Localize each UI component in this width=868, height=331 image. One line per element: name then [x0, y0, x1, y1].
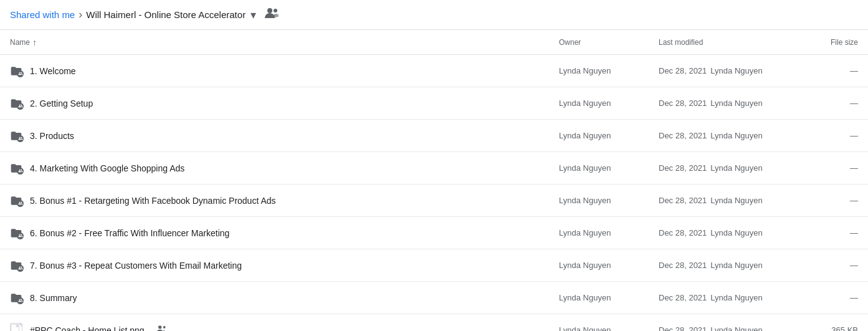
- row-name-cell: #PPC Coach - Home List.png: [10, 324, 559, 332]
- row-name-cell: 6. Bonus #2 - Free Traffic With Influenc…: [10, 227, 559, 239]
- row-filename: 4. Marketing With Google Shopping Ads: [30, 163, 184, 173]
- row-name-cell: 2. Getting Setup: [10, 97, 559, 110]
- table-header: Name ↑ Owner Last modified File size: [0, 30, 868, 55]
- header-owner[interactable]: Owner: [559, 38, 659, 47]
- table-row[interactable]: 3. Products Lynda Nguyen Dec 28, 2021 Ly…: [0, 120, 868, 152]
- row-name-cell: 3. Products: [10, 130, 559, 142]
- breadcrumb: Shared with me › Will Haimerl - Online S…: [0, 0, 868, 30]
- row-filename: 8. Summary: [30, 293, 77, 303]
- table-row[interactable]: #PPC Coach - Home List.png Lynda Nguyen …: [0, 314, 868, 331]
- breadcrumb-dropdown-icon[interactable]: ▾: [250, 8, 256, 22]
- row-filename: 2. Getting Setup: [30, 98, 93, 108]
- sort-arrow-icon: ↑: [32, 37, 37, 47]
- row-modified-user: Lynda Nguyen: [710, 131, 762, 140]
- table-row[interactable]: 8. Summary Lynda Nguyen Dec 28, 2021 Lyn…: [0, 282, 868, 314]
- row-modified-date: Dec 28, 2021: [659, 325, 707, 331]
- row-modified: Dec 28, 2021 Lynda Nguyen: [659, 98, 796, 108]
- folder-icon: [10, 65, 22, 77]
- row-filesize: —: [796, 293, 858, 302]
- svg-point-4: [163, 326, 165, 329]
- folder-icon: [10, 292, 22, 304]
- row-owner: Lynda Nguyen: [559, 228, 659, 237]
- folder-icon: [10, 259, 22, 272]
- row-filename: 7. Bonus #3 - Repeat Customers With Emai…: [30, 261, 242, 271]
- table-row[interactable]: 5. Bonus #1 - Retargeting With Facebook …: [0, 185, 868, 217]
- row-filesize: —: [796, 261, 858, 270]
- row-owner: Lynda Nguyen: [559, 131, 659, 140]
- header-last-modified[interactable]: Last modified: [659, 38, 796, 47]
- row-modified-date: Dec 28, 2021: [659, 293, 707, 302]
- row-filesize: —: [796, 163, 858, 173]
- row-owner: Lynda Nguyen: [559, 163, 659, 173]
- row-filesize: 365 KB: [796, 325, 858, 331]
- row-modified: Dec 28, 2021 Lynda Nguyen: [659, 131, 796, 140]
- row-modified: Dec 28, 2021 Lynda Nguyen: [659, 196, 796, 205]
- svg-point-1: [274, 9, 277, 12]
- row-modified-user: Lynda Nguyen: [710, 98, 762, 108]
- row-owner: Lynda Nguyen: [559, 98, 659, 108]
- breadcrumb-chevron-icon: ›: [79, 8, 82, 21]
- row-modified-date: Dec 28, 2021: [659, 261, 707, 270]
- row-owner: Lynda Nguyen: [559, 196, 659, 205]
- file-icon: [10, 324, 22, 332]
- row-modified-date: Dec 28, 2021: [659, 196, 707, 205]
- row-filename: 1. Welcome: [30, 66, 76, 76]
- row-name-cell: 1. Welcome: [10, 65, 559, 77]
- row-name-cell: 4. Marketing With Google Shopping Ads: [10, 162, 559, 175]
- row-owner: Lynda Nguyen: [559, 325, 659, 331]
- row-modified-user: Lynda Nguyen: [710, 66, 762, 75]
- breadcrumb-shared-link[interactable]: Shared with me: [10, 9, 75, 20]
- row-name-cell: 8. Summary: [10, 292, 559, 304]
- row-filesize: —: [796, 66, 858, 75]
- header-name[interactable]: Name ↑: [10, 37, 559, 47]
- shared-icon: [156, 325, 167, 331]
- row-modified-date: Dec 28, 2021: [659, 98, 707, 108]
- row-name-cell: 5. Bonus #1 - Retargeting With Facebook …: [10, 194, 559, 207]
- row-modified: Dec 28, 2021 Lynda Nguyen: [659, 293, 796, 302]
- row-modified: Dec 28, 2021 Lynda Nguyen: [659, 228, 796, 237]
- row-owner: Lynda Nguyen: [559, 261, 659, 270]
- folder-icon: [10, 97, 22, 110]
- row-modified-date: Dec 28, 2021: [659, 131, 707, 140]
- row-filename: 5. Bonus #1 - Retargeting With Facebook …: [30, 196, 276, 206]
- row-filename: 3. Products: [30, 131, 74, 141]
- row-modified-user: Lynda Nguyen: [710, 325, 762, 331]
- row-modified: Dec 28, 2021 Lynda Nguyen: [659, 163, 796, 173]
- row-filesize: —: [796, 196, 858, 205]
- row-filesize: —: [796, 228, 858, 237]
- table-row[interactable]: 4. Marketing With Google Shopping Ads Ly…: [0, 152, 868, 185]
- file-list: 1. Welcome Lynda Nguyen Dec 28, 2021 Lyn…: [0, 55, 868, 331]
- row-modified-user: Lynda Nguyen: [710, 228, 762, 237]
- row-modified-date: Dec 28, 2021: [659, 163, 707, 173]
- row-modified-date: Dec 28, 2021: [659, 66, 707, 75]
- row-owner: Lynda Nguyen: [559, 66, 659, 75]
- row-modified-user: Lynda Nguyen: [710, 293, 762, 302]
- row-modified-user: Lynda Nguyen: [710, 163, 762, 173]
- row-owner: Lynda Nguyen: [559, 293, 659, 302]
- row-name-cell: 7. Bonus #3 - Repeat Customers With Emai…: [10, 259, 559, 272]
- row-modified-user: Lynda Nguyen: [710, 196, 762, 205]
- svg-point-0: [267, 8, 272, 13]
- folder-icon: [10, 194, 22, 207]
- folder-icon: [10, 162, 22, 175]
- table-row[interactable]: 1. Welcome Lynda Nguyen Dec 28, 2021 Lyn…: [0, 55, 868, 87]
- row-modified: Dec 28, 2021 Lynda Nguyen: [659, 325, 796, 331]
- svg-point-3: [158, 325, 161, 329]
- row-filename: #PPC Coach - Home List.png: [30, 325, 145, 332]
- row-filename: 6. Bonus #2 - Free Traffic With Influenc…: [30, 228, 229, 238]
- folder-icon: [10, 130, 22, 142]
- row-filesize: —: [796, 98, 858, 108]
- row-modified-user: Lynda Nguyen: [710, 261, 762, 270]
- table-row[interactable]: 6. Bonus #2 - Free Traffic With Influenc…: [0, 217, 868, 249]
- breadcrumb-people-icon[interactable]: [265, 7, 279, 22]
- row-filesize: —: [796, 131, 858, 140]
- breadcrumb-current-folder: Will Haimerl - Online Store Accelerator: [86, 9, 246, 20]
- table-row[interactable]: 2. Getting Setup Lynda Nguyen Dec 28, 20…: [0, 87, 868, 120]
- header-file-size[interactable]: File size: [796, 38, 858, 47]
- row-modified-date: Dec 28, 2021: [659, 228, 707, 237]
- row-modified: Dec 28, 2021 Lynda Nguyen: [659, 66, 796, 75]
- table-row[interactable]: 7. Bonus #3 - Repeat Customers With Emai…: [0, 249, 868, 282]
- folder-icon: [10, 227, 22, 239]
- row-modified: Dec 28, 2021 Lynda Nguyen: [659, 261, 796, 270]
